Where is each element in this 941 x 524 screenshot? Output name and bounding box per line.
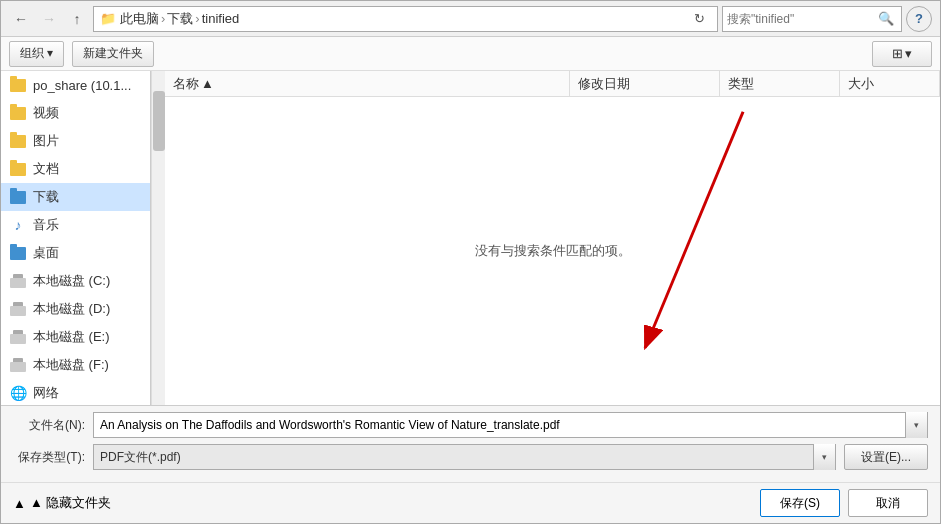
- sidebar-label-po_share: po_share (10.1...: [33, 78, 131, 93]
- folder-download-icon: [9, 188, 27, 206]
- drive-d-icon: [9, 300, 27, 318]
- save-dialog: ← → ↑ 📁 此电脑 › 下载 › tinified ↻ 🔍 ? 组织 ▾ 新…: [0, 0, 941, 524]
- cancel-button[interactable]: 取消: [848, 489, 928, 517]
- sidebar-label-downloads: 下载: [33, 188, 59, 206]
- address-path: 此电脑 › 下载 › tinified: [120, 10, 683, 28]
- sidebar-item-downloads[interactable]: 下载: [1, 183, 150, 211]
- sidebar-item-desktop[interactable]: 桌面: [1, 239, 150, 267]
- filetype-value: PDF文件(*.pdf): [94, 449, 813, 466]
- forward-button[interactable]: →: [37, 7, 61, 31]
- back-button[interactable]: ←: [9, 7, 33, 31]
- path-icon: 📁: [100, 11, 116, 26]
- filename-input[interactable]: [94, 418, 905, 432]
- sidebar-item-drive-e[interactable]: 本地磁盘 (E:): [1, 323, 150, 351]
- sidebar-item-network[interactable]: 🌐 网络: [1, 379, 150, 405]
- path-level1: 下载: [167, 10, 193, 28]
- search-input[interactable]: [723, 12, 873, 26]
- drive-e-icon: [9, 328, 27, 346]
- refresh-button[interactable]: ↻: [687, 6, 711, 32]
- form-area: 文件名(N): ▾ 保存类型(T): PDF文件(*.pdf) ▾ 设置(E).…: [1, 405, 940, 482]
- up-button[interactable]: ↑: [65, 7, 89, 31]
- filelist-header: 名称 ▲ 修改日期 类型 大小: [165, 71, 940, 97]
- folder-yellow-icon: [9, 76, 27, 94]
- settings-button[interactable]: 设置(E)...: [844, 444, 928, 470]
- filetype-label: 保存类型(T):: [13, 449, 93, 466]
- path-sep1: ›: [161, 11, 165, 26]
- col-name-label: 名称: [173, 75, 199, 93]
- filetype-select-wrapper[interactable]: PDF文件(*.pdf) ▾: [93, 444, 836, 470]
- view-button[interactable]: ⊞ ▾: [872, 41, 932, 67]
- file-area: 名称 ▲ 修改日期 类型 大小 没有与搜索条件匹配的项。: [165, 71, 940, 405]
- sidebar-item-drive-d[interactable]: 本地磁盘 (D:): [1, 295, 150, 323]
- sort-indicator: ▲: [201, 76, 214, 91]
- sidebar-label-documents: 文档: [33, 160, 59, 178]
- drive-f-icon: [9, 356, 27, 374]
- col-date-label: 修改日期: [578, 75, 630, 93]
- folder-picture-icon: [9, 132, 27, 150]
- help-button[interactable]: ?: [906, 6, 932, 32]
- sidebar-label-drive-f: 本地磁盘 (F:): [33, 356, 109, 374]
- filename-row: 文件名(N): ▾: [13, 412, 928, 438]
- view-dropdown-icon: ▾: [905, 46, 912, 61]
- organize-button[interactable]: 组织 ▾: [9, 41, 64, 67]
- empty-message: 没有与搜索条件匹配的项。: [475, 242, 631, 260]
- titlebar: ← → ↑ 📁 此电脑 › 下载 › tinified ↻ 🔍 ?: [1, 1, 940, 37]
- folder-document-icon: [9, 160, 27, 178]
- path-sep2: ›: [195, 11, 199, 26]
- folder-desktop-icon: [9, 244, 27, 262]
- new-folder-button[interactable]: 新建文件夹: [72, 41, 154, 67]
- hide-folders-icon: ▲: [13, 496, 26, 511]
- sidebar-item-drive-f[interactable]: 本地磁盘 (F:): [1, 351, 150, 379]
- sidebar-scrollbar[interactable]: [151, 71, 165, 405]
- sidebar-label-network: 网络: [33, 384, 59, 402]
- sidebar-label-desktop: 桌面: [33, 244, 59, 262]
- sidebar-item-drive-c[interactable]: 本地磁盘 (C:): [1, 267, 150, 295]
- save-button[interactable]: 保存(S): [760, 489, 840, 517]
- network-icon: 🌐: [9, 384, 27, 402]
- path-root: 此电脑: [120, 10, 159, 28]
- footer: ▲ ▲ 隐藏文件夹 保存(S) 取消: [1, 482, 940, 523]
- sidebar-label-pictures: 图片: [33, 132, 59, 150]
- filetype-row: 保存类型(T): PDF文件(*.pdf) ▾ 设置(E)...: [13, 444, 928, 470]
- sidebar-label-videos: 视频: [33, 104, 59, 122]
- main-area: po_share (10.1... 视频 图片 文档: [1, 71, 940, 405]
- col-header-type[interactable]: 类型: [720, 71, 840, 96]
- sidebar-label-music: 音乐: [33, 216, 59, 234]
- sidebar-item-pictures[interactable]: 图片: [1, 127, 150, 155]
- folder-video-icon: [9, 104, 27, 122]
- sidebar-item-po_share[interactable]: po_share (10.1...: [1, 71, 150, 99]
- col-header-size[interactable]: 大小: [840, 71, 940, 96]
- sidebar-label-drive-c: 本地磁盘 (C:): [33, 272, 110, 290]
- sidebar: po_share (10.1... 视频 图片 文档: [1, 71, 151, 405]
- toolbar: 组织 ▾ 新建文件夹 ⊞ ▾: [1, 37, 940, 71]
- col-header-name[interactable]: 名称 ▲: [165, 71, 570, 96]
- path-level2: tinified: [202, 11, 240, 26]
- sidebar-item-documents[interactable]: 文档: [1, 155, 150, 183]
- filetype-dropdown-button[interactable]: ▾: [813, 444, 835, 470]
- hide-folders-link[interactable]: ▲ ▲ 隐藏文件夹: [13, 494, 111, 512]
- sidebar-label-drive-d: 本地磁盘 (D:): [33, 300, 110, 318]
- view-icon: ⊞: [892, 46, 903, 61]
- filename-label: 文件名(N):: [13, 417, 93, 434]
- search-icon-button[interactable]: 🔍: [873, 6, 899, 32]
- search-box[interactable]: 🔍: [722, 6, 902, 32]
- hide-folders-label: ▲ 隐藏文件夹: [30, 494, 111, 512]
- sidebar-label-drive-e: 本地磁盘 (E:): [33, 328, 110, 346]
- col-header-date[interactable]: 修改日期: [570, 71, 720, 96]
- filename-input-wrapper[interactable]: ▾: [93, 412, 928, 438]
- address-bar[interactable]: 📁 此电脑 › 下载 › tinified ↻: [93, 6, 718, 32]
- sidebar-item-music[interactable]: ♪ 音乐: [1, 211, 150, 239]
- filename-dropdown-button[interactable]: ▾: [905, 412, 927, 438]
- music-icon: ♪: [9, 216, 27, 234]
- sidebar-item-videos[interactable]: 视频: [1, 99, 150, 127]
- col-size-label: 大小: [848, 75, 874, 93]
- footer-buttons: 保存(S) 取消: [760, 489, 928, 517]
- filelist-body: 没有与搜索条件匹配的项。: [165, 97, 940, 405]
- col-type-label: 类型: [728, 75, 754, 93]
- scrollbar-thumb[interactable]: [153, 91, 165, 151]
- drive-c-icon: [9, 272, 27, 290]
